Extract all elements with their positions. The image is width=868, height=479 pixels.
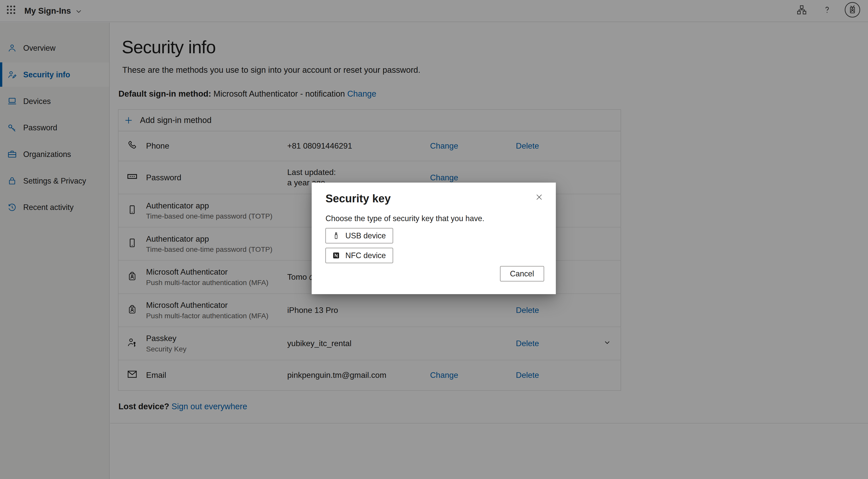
usb-icon [332, 232, 340, 240]
close-icon [535, 193, 544, 203]
security-key-dialog: Security key Choose the type of security… [312, 182, 556, 295]
nfc-device-button[interactable]: NFC device [326, 248, 393, 263]
dialog-description: Choose the type of security key that you… [326, 213, 542, 224]
my-signins-page: My Sign-Ins [0, 0, 868, 479]
close-button[interactable] [532, 192, 546, 205]
dialog-title: Security key [326, 192, 542, 206]
device-button-label: NFC device [345, 251, 386, 260]
dialog-options: USB deviceNFC device [326, 228, 542, 264]
device-button-label: USB device [345, 231, 386, 240]
cancel-button[interactable]: Cancel [500, 266, 544, 281]
usb-device-button[interactable]: USB device [326, 228, 393, 243]
nfc-icon [332, 251, 340, 260]
